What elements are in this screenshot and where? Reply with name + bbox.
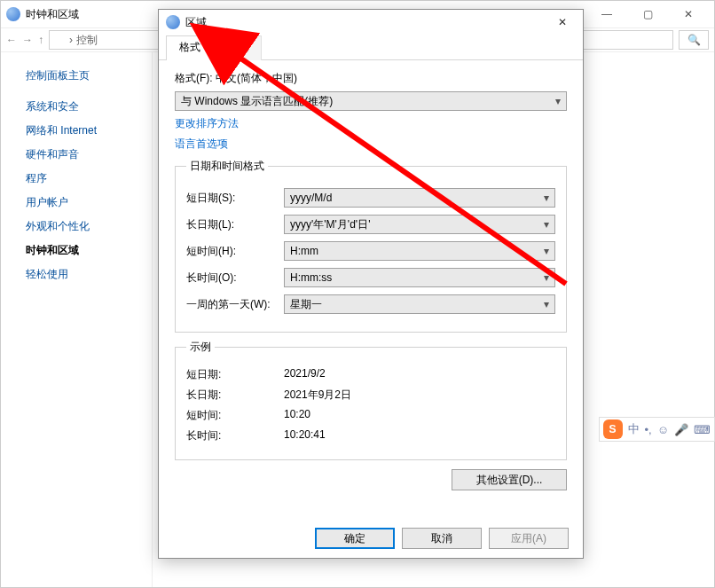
ex-short-time-value: 10:20: [284, 408, 310, 423]
ex-long-date-label: 长日期:: [186, 388, 284, 403]
sidebar-item-network[interactable]: 网络和 Internet: [26, 123, 143, 138]
link-change-sort[interactable]: 更改排序方法: [175, 116, 567, 131]
dialog-tabs: 格式 管理: [159, 35, 583, 60]
chevron-down-icon: ▾: [544, 218, 549, 231]
other-settings-button[interactable]: 其他设置(D)...: [452, 469, 567, 490]
dialog-close-button[interactable]: ✕: [549, 16, 576, 28]
parent-title: 时钟和区域: [26, 7, 79, 22]
sidebar-item-ease-of-access[interactable]: 轻松使用: [26, 267, 143, 282]
sidebar-item-programs[interactable]: 程序: [26, 171, 143, 186]
forward-button[interactable]: →: [22, 34, 33, 46]
dialog-title: 区域: [185, 15, 549, 30]
chevron-down-icon: ▾: [544, 192, 549, 204]
short-time-label: 短时间(H):: [186, 244, 284, 259]
long-date-select[interactable]: yyyy'年'M'月'd'日'▾: [284, 215, 555, 234]
date-time-formats-legend: 日期和时间格式: [186, 159, 268, 174]
ex-short-date-value: 2021/9/2: [284, 367, 326, 382]
back-button[interactable]: ←: [6, 34, 17, 46]
sidebar-item-user-accounts[interactable]: 用户帐户: [26, 195, 143, 210]
first-day-select[interactable]: 星期一▾: [284, 294, 555, 314]
tab-admin[interactable]: 管理: [214, 35, 262, 60]
chevron-down-icon: ▾: [544, 245, 549, 257]
date-time-formats-group: 日期和时间格式 短日期(S): yyyy/M/d▾ 长日期(L): yyyy'年…: [175, 159, 567, 333]
cancel-button[interactable]: 取消: [402, 528, 482, 549]
ime-punct-button[interactable]: •,: [645, 423, 652, 436]
format-label: 格式(F): 中文(简体，中国): [175, 71, 297, 86]
region-dialog: 区域 ✕ 格式 管理 格式(F): 中文(简体，中国) 与 Windows 显示…: [158, 9, 584, 559]
maximize-button[interactable]: ▢: [627, 1, 668, 27]
dialog-titlebar: 区域 ✕: [159, 10, 583, 35]
short-date-select[interactable]: yyyy/M/d▾: [284, 188, 555, 208]
ime-dock: S 中 •, ☺ 🎤 ⌨: [599, 417, 715, 442]
control-panel-home[interactable]: 控制面板主页: [26, 68, 143, 83]
long-date-label: 长日期(L):: [186, 217, 284, 232]
up-button[interactable]: ↑: [38, 34, 43, 46]
chevron-down-icon: ▾: [544, 298, 549, 310]
dialog-footer: 确定 取消 应用(A): [308, 528, 569, 549]
chevron-down-icon: ▾: [555, 95, 561, 107]
short-time-select[interactable]: H:mm▾: [284, 241, 555, 261]
clock-region-icon: [6, 7, 20, 21]
search-button[interactable]: 🔍: [679, 30, 709, 50]
sogou-ime-icon[interactable]: S: [603, 419, 623, 439]
link-language-prefs[interactable]: 语言首选项: [175, 137, 567, 152]
ime-keyboard-button[interactable]: ⌨: [694, 423, 711, 436]
chevron-down-icon: ▾: [544, 271, 549, 284]
ok-button[interactable]: 确定: [315, 528, 395, 549]
ex-long-time-label: 长时间:: [186, 428, 284, 443]
breadcrumb-text: 控制: [76, 33, 98, 48]
tab-formats[interactable]: 格式: [166, 35, 214, 60]
breadcrumb-chevron: ›: [69, 34, 73, 46]
sidebar-item-system-security[interactable]: 系统和安全: [26, 99, 143, 114]
ime-lang-button[interactable]: 中: [628, 421, 640, 437]
format-select-value: 与 Windows 显示语言匹配(推荐): [181, 94, 333, 109]
format-select[interactable]: 与 Windows 显示语言匹配(推荐) ▾: [175, 91, 567, 111]
first-day-label: 一周的第一天(W):: [186, 297, 284, 312]
short-date-label: 短日期(S):: [186, 191, 284, 206]
sidebar-item-hardware-sound[interactable]: 硬件和声音: [26, 147, 143, 162]
long-time-select[interactable]: H:mm:ss▾: [284, 268, 555, 287]
ex-short-date-label: 短日期:: [186, 367, 284, 382]
globe-icon: [53, 34, 66, 46]
ime-mic-button[interactable]: 🎤: [674, 423, 688, 436]
sidebar: 控制面板主页 系统和安全 网络和 Internet 硬件和声音 程序 用户帐户 …: [1, 52, 152, 587]
apply-button[interactable]: 应用(A): [489, 528, 569, 549]
examples-legend: 示例: [186, 340, 215, 355]
examples-group: 示例 短日期:2021/9/2 长日期:2021年9月2日 短时间:10:20 …: [175, 340, 567, 460]
long-time-label: 长时间(O):: [186, 270, 284, 286]
sidebar-item-appearance[interactable]: 外观和个性化: [26, 219, 143, 234]
close-button[interactable]: ✕: [668, 1, 709, 27]
ex-short-time-label: 短时间:: [186, 408, 284, 423]
globe-icon: [166, 15, 180, 29]
ex-long-date-value: 2021年9月2日: [284, 388, 351, 403]
minimize-button[interactable]: —: [586, 1, 627, 27]
ime-emoji-button[interactable]: ☺: [657, 423, 669, 436]
sidebar-item-clock-region[interactable]: 时钟和区域: [26, 243, 143, 258]
ex-long-time-value: 10:20:41: [284, 428, 326, 443]
